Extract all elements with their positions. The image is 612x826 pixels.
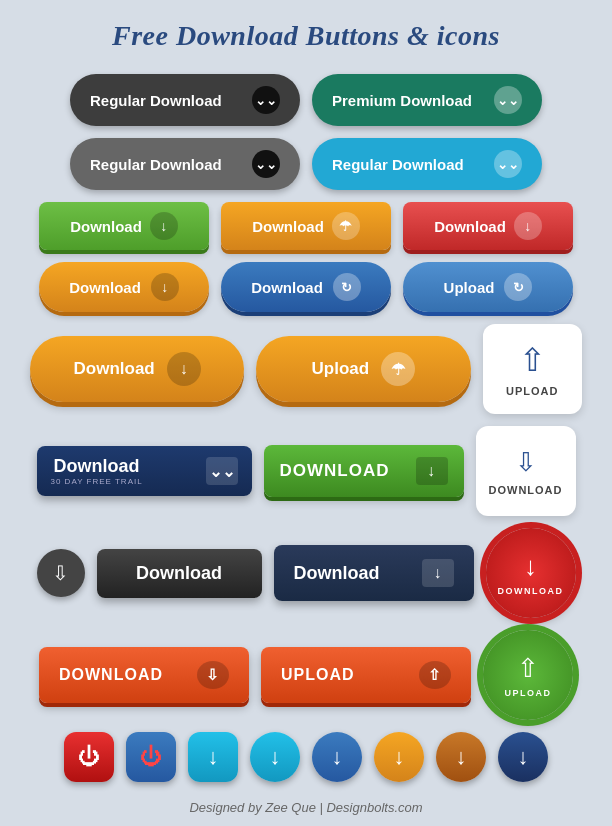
upload-square-label: UPLOAD [506,385,558,397]
download-icon3: ↓ [208,744,219,770]
btn-label: DOWNLOAD [280,461,390,481]
download-orange-big-btn[interactable]: DOWNLOAD ⇩ [39,647,249,703]
download-icon-circle-white2: ⌄⌄ [494,150,522,178]
row-6: Download 30 DAY FREE TRAIL ⌄⌄ DOWNLOAD ↓… [30,426,582,516]
upload-icon-blue: ↻ [504,273,532,301]
download-icon-dark3: ↓ [422,559,454,587]
power-icon-btn-red[interactable]: ⏻ [64,732,114,782]
download-icon-orange-big: ⇩ [197,661,229,689]
upload-badge-label: UPLOAD [505,688,552,698]
btn-label: Upload [444,279,495,296]
download-badge-btn[interactable]: ↓ DOWNLOAD [486,528,576,618]
download-dark-blue-btn[interactable]: Download 30 DAY FREE TRAIL ⌄⌄ [37,446,252,497]
regular-download-dark-btn[interactable]: Regular Download ⌄⌄ [70,74,300,126]
upload-big-orange-pill-btn[interactable]: Upload ☂ [256,336,470,402]
download-icon6: ↓ [394,744,405,770]
download-icon-btn-circle-orange[interactable]: ↓ [374,732,424,782]
upload-arrow-icon: ⇧ [519,341,546,379]
download-square-btn[interactable]: ⇩ DOWNLOAD [476,426,576,516]
btn-label: Download [434,218,506,235]
btn-label: UPLOAD [281,666,355,684]
upload-blue-pill-btn[interactable]: Upload ↻ [403,262,573,312]
btn-label: Regular Download [90,92,222,109]
footer-text: Designed by Zee Que | Designbolts.com [189,800,422,815]
download-dark-btn2[interactable]: Download [97,549,262,598]
download-dark-btn3[interactable]: Download ↓ [274,545,474,601]
page-title: Free Download Buttons & icons [112,20,500,52]
download-circle-icon-btn[interactable]: ⇩ [37,549,85,597]
download-red-btn[interactable]: Download ↓ [403,202,573,250]
download-icon-btn-circle-darkblue[interactable]: ↓ [498,732,548,782]
download-icon-orange: ☂ [332,212,360,240]
download-icon-dark-blue: ⌄⌄ [206,457,238,485]
download-icon5: ↓ [332,744,343,770]
row-7: ⇩ Download Download ↓ ↓ DOWNLOAD [30,528,582,618]
btn-label: Download [74,359,155,379]
btn-label: Regular Download [90,156,222,173]
download-icon-big-orange: ↓ [167,352,201,386]
download-big-orange-pill-btn[interactable]: Download ↓ [30,336,244,402]
download-icon8: ↓ [518,744,529,770]
row-5: Download ↓ Upload ☂ ⇧ UPLOAD [30,324,582,414]
download-icon-btn-cyan-sq[interactable]: ↓ [188,732,238,782]
download-icon-orange2: ↓ [151,273,179,301]
download-green-btn[interactable]: Download ↓ [39,202,209,250]
upload-badge-btn[interactable]: ⇧ UPLOAD [483,630,573,720]
upload-orange-big-btn[interactable]: UPLOAD ⇧ [261,647,471,703]
download-icon-circle-dark2: ⌄⌄ [252,150,280,178]
download-icon-blue: ↻ [333,273,361,301]
badge-up-icon: ⇧ [517,653,539,684]
download-green-big-btn[interactable]: DOWNLOAD ↓ [264,445,464,497]
btn-subtitle: 30 DAY FREE TRAIL [51,477,143,487]
btn-label: Regular Download [332,156,464,173]
row-4: Download ↓ Download ↻ Upload ↻ [30,262,582,312]
upload-icon-big-orange: ☂ [381,352,415,386]
upload-square-btn[interactable]: ⇧ UPLOAD [483,324,583,414]
btn-label: DOWNLOAD [59,666,163,684]
download-icon7: ↓ [456,744,467,770]
download-icon-green-big: ↓ [416,457,448,485]
download-icon-btn-circle-brown[interactable]: ↓ [436,732,486,782]
download-icon-red: ↓ [514,212,542,240]
download-blue-pill-btn[interactable]: Download ↻ [221,262,391,312]
badge-down-icon: ↓ [524,551,537,582]
row-8: DOWNLOAD ⇩ UPLOAD ⇧ ⇧ UPLOAD [30,630,582,720]
btn-label: Download [136,563,222,584]
power-icon-btn-blue[interactable]: ⏻ [126,732,176,782]
btn-text-block: Download 30 DAY FREE TRAIL [51,456,143,487]
download-icon-circle-white: ⌄⌄ [494,86,522,114]
row-1: Regular Download ⌄⌄ Premium Download ⌄⌄ [30,74,582,126]
btn-label: Download [252,218,324,235]
btn-label: Premium Download [332,92,472,109]
buttons-container: Regular Download ⌄⌄ Premium Download ⌄⌄ … [30,74,582,782]
download-square-label: DOWNLOAD [489,484,563,496]
btn-label: Download [69,279,141,296]
upload-icon-orange-big: ⇧ [419,661,451,689]
btn-label: Upload [312,359,370,379]
btn-label: Download [70,218,142,235]
download-orange-btn[interactable]: Download ☂ [221,202,391,250]
regular-download-cyan-btn[interactable]: Regular Download ⌄⌄ [312,138,542,190]
download-badge-label: DOWNLOAD [498,586,564,596]
btn-label: Download [54,456,140,476]
download-icon-btn-circle-cyan[interactable]: ↓ [250,732,300,782]
download-icon-green: ↓ [150,212,178,240]
row-2: Regular Download ⌄⌄ Regular Download ⌄⌄ [30,138,582,190]
download-icon4: ↓ [270,744,281,770]
download-icon-btn-circle-blue[interactable]: ↓ [312,732,362,782]
regular-download-gray-btn[interactable]: Regular Download ⌄⌄ [70,138,300,190]
circle-down-icon: ⇩ [52,561,69,585]
row-3: Download ↓ Download ☂ Download ↓ [30,202,582,250]
download-icon-circle-dark: ⌄⌄ [252,86,280,114]
premium-download-teal-btn[interactable]: Premium Download ⌄⌄ [312,74,542,126]
download-arrow-icon: ⇩ [515,447,537,478]
power-icon: ⏻ [78,744,100,770]
download-orange-pill-btn[interactable]: Download ↓ [39,262,209,312]
row-9: ⏻ ⏻ ↓ ↓ ↓ ↓ ↓ ↓ [30,732,582,782]
btn-label: Download [251,279,323,296]
btn-label: Download [294,563,380,584]
power-icon2: ⏻ [140,744,162,770]
